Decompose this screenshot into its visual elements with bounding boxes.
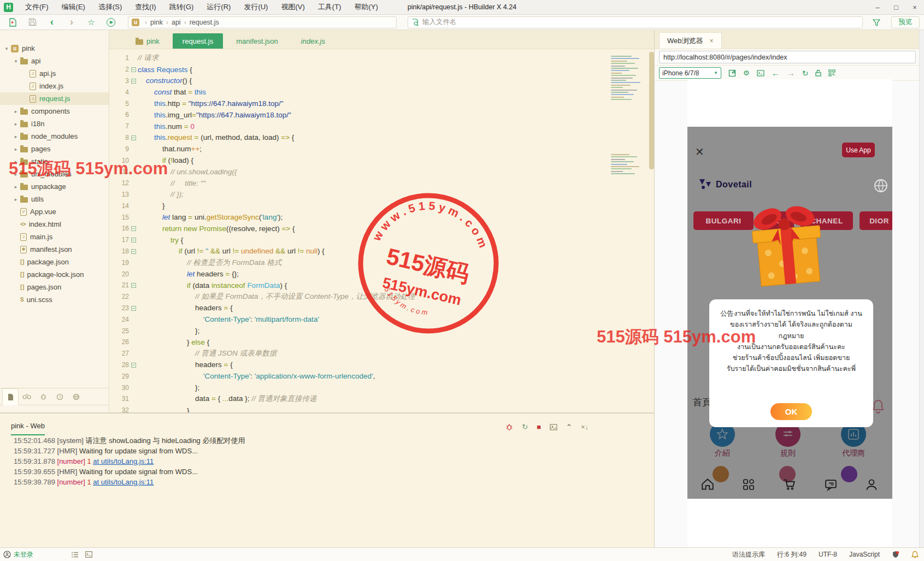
debug-bug-icon[interactable] xyxy=(505,423,513,431)
menu-item[interactable]: 跳转(G) xyxy=(163,0,201,15)
bell-icon[interactable] xyxy=(911,551,919,558)
language-mode-label[interactable]: JavaScript xyxy=(849,551,880,558)
screenshot-icon[interactable] xyxy=(550,424,557,430)
restart-icon[interactable]: ↻ xyxy=(522,423,528,431)
browser-scrollbar[interactable] xyxy=(919,30,924,547)
tree-item-pages-json[interactable]: [ ] pages.json xyxy=(0,281,109,293)
ok-button[interactable]: OK xyxy=(770,403,812,420)
maximize-button[interactable]: □ xyxy=(887,0,905,15)
tree-chevron-icon[interactable]: ▸ xyxy=(13,146,19,152)
minimap[interactable] xyxy=(609,52,648,412)
plugin-alert-icon[interactable] xyxy=(892,551,899,558)
menu-item[interactable]: 文件(F) xyxy=(19,0,55,15)
new-file-icon[interactable] xyxy=(5,16,20,28)
menu-item[interactable]: 帮助(Y) xyxy=(348,0,384,15)
menu-item[interactable]: 视图(V) xyxy=(274,0,311,15)
tree-item-components[interactable]: ▸ components xyxy=(0,105,109,117)
device-select[interactable]: iPhone 6/7/8 ▼ xyxy=(659,67,721,79)
tree-item-unpackage[interactable]: ▸ unpackage xyxy=(0,180,109,193)
tree-item-node-modules[interactable]: ▸ node_modules xyxy=(0,130,109,143)
editor-tab-request-js[interactable]: request.js xyxy=(173,33,223,49)
log-source-link[interactable]: at utils/toLang.js:11 xyxy=(93,457,154,465)
tree-item-package-lock-json[interactable]: [ ] package-lock.json xyxy=(0,268,109,281)
tree-chevron-icon[interactable]: ▸ xyxy=(13,121,19,127)
browser-tab[interactable]: Web浏览器 × xyxy=(659,32,722,49)
brand-button-dior[interactable]: DIOR xyxy=(860,211,892,230)
fold-marker-icon[interactable]: − xyxy=(129,249,138,254)
save-icon[interactable] xyxy=(25,16,39,28)
tree-item-request-js[interactable]: J request.js xyxy=(0,92,109,105)
tree-item-package-json[interactable]: [ ] package.json xyxy=(0,256,109,268)
syntax-lib-label[interactable]: 语法提示库 xyxy=(732,550,765,559)
collapse-panel-icon[interactable]: ⌃ xyxy=(566,423,572,431)
tree-item-utils[interactable]: ▸ utils xyxy=(0,193,109,205)
encoding-label[interactable]: UTF-8 xyxy=(819,551,837,558)
code-editor[interactable]: pinkrequest.jsmanifest.jsonindex.js 1 //… xyxy=(109,30,654,412)
tree-chevron-icon[interactable]: ▸ xyxy=(13,134,19,139)
open-external-icon[interactable] xyxy=(728,69,736,77)
fold-marker-icon[interactable]: − xyxy=(129,135,138,140)
menu-item[interactable]: 工具(T) xyxy=(311,0,348,15)
tree-chevron-icon[interactable]: ▸ xyxy=(13,159,19,164)
tree-item-pages[interactable]: ▸ pages xyxy=(0,143,109,155)
menu-item[interactable]: 选择(S) xyxy=(92,0,128,15)
fold-marker-icon[interactable]: − xyxy=(129,305,138,311)
menu-item[interactable]: 查找(I) xyxy=(128,0,162,15)
popup-close-icon[interactable]: ✕ xyxy=(695,146,704,157)
tree-chevron-icon[interactable]: ▸ xyxy=(13,172,19,177)
tree-chevron-icon[interactable]: ▸ xyxy=(13,109,19,114)
tree-item-index-js[interactable]: J index.js xyxy=(0,80,109,92)
tree-item-api-js[interactable]: J api.js xyxy=(0,67,109,80)
tree-item-pink[interactable]: ▾ u pink xyxy=(0,42,109,55)
tree-chevron-icon[interactable]: ▸ xyxy=(13,197,19,202)
tree-chevron-icon[interactable]: ▾ xyxy=(13,58,19,64)
tree-item-i18n[interactable]: ▸ i18n xyxy=(0,117,109,130)
file-search-input[interactable]: 输入文件名 xyxy=(408,16,863,28)
preview-button[interactable]: 预览 xyxy=(891,16,920,28)
tree-chevron-icon[interactable]: ▾ xyxy=(3,46,10,51)
globe-tab-icon[interactable] xyxy=(68,393,84,400)
tree-item-index-html[interactable]: <> index.html xyxy=(0,218,109,231)
fold-marker-icon[interactable]: − xyxy=(129,237,138,243)
minimize-button[interactable]: – xyxy=(868,0,887,15)
tree-item-app-vue[interactable]: V App.vue xyxy=(0,205,109,218)
fold-marker-icon[interactable]: − xyxy=(129,282,138,288)
debug-icon[interactable] xyxy=(35,393,51,400)
editor-tab-index-js[interactable]: index.js xyxy=(291,33,335,49)
outline-list-icon[interactable] xyxy=(72,552,79,558)
fold-marker-icon[interactable]: − xyxy=(129,362,138,368)
fold-marker-icon[interactable]: − xyxy=(129,67,138,72)
tree-chevron-icon[interactable]: ▸ xyxy=(13,184,19,190)
tree-item-uni-modules[interactable]: ▸ uni_modules xyxy=(0,168,109,180)
editor-tab-manifest-json[interactable]: manifest.json xyxy=(226,33,288,49)
binoculars-search-icon[interactable] xyxy=(19,393,35,400)
tree-item-api[interactable]: ▾ api xyxy=(0,55,109,67)
tree-item-static[interactable]: ▸ static xyxy=(0,155,109,168)
breadcrumb-item-file[interactable]: request.js xyxy=(190,19,219,26)
fold-marker-icon[interactable]: − xyxy=(129,226,138,231)
stop-icon[interactable]: ■ xyxy=(537,423,541,431)
fold-marker-icon[interactable]: − xyxy=(129,78,138,84)
browser-back-icon[interactable]: ← xyxy=(772,68,780,78)
url-input[interactable]: http://localhost:8080/#/pages/index/inde… xyxy=(659,51,916,63)
lock-icon[interactable] xyxy=(815,69,821,76)
menu-item[interactable]: 发行(U) xyxy=(237,0,274,15)
tree-item-main-js[interactable]: J main.js xyxy=(0,231,109,243)
terminal-icon[interactable] xyxy=(85,551,92,558)
history-icon[interactable] xyxy=(51,393,68,400)
tree-item-uni-scss[interactable]: S uni.scss xyxy=(0,293,109,306)
cursor-position[interactable]: 行:6 列:49 xyxy=(777,550,807,559)
login-status[interactable]: 未登录 xyxy=(3,550,33,559)
log-source-link[interactable]: at utils/toLang.js:11 xyxy=(93,478,154,486)
code-area[interactable]: 1 // 请求 2 − class Requests { 3 − constru… xyxy=(109,52,609,412)
gear-icon[interactable]: ⚙ xyxy=(743,69,750,77)
explorer-tab-icon[interactable] xyxy=(2,388,19,405)
tree-item-manifest-json[interactable]: ✱ manifest.json xyxy=(0,243,109,256)
use-app-button[interactable]: Use App xyxy=(842,143,875,157)
menu-item[interactable]: 编辑(E) xyxy=(55,0,92,15)
refresh-icon[interactable]: ↻ xyxy=(802,69,809,78)
breadcrumb-item-project[interactable]: pink xyxy=(150,19,163,26)
editor-scrollbar-thumb[interactable] xyxy=(649,52,654,169)
close-tab-icon[interactable]: × xyxy=(710,37,714,45)
bookmark-star-icon[interactable]: ☆ xyxy=(84,16,98,28)
